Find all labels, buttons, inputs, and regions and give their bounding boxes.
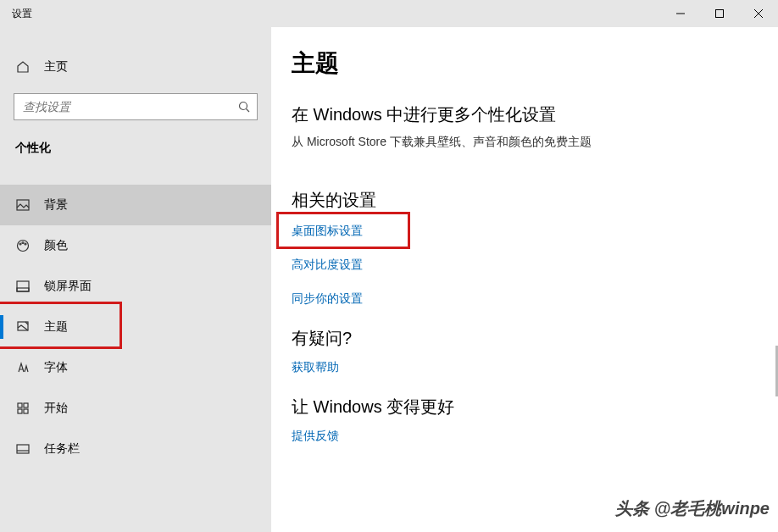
link-high-contrast[interactable]: 高对比度设置 (292, 258, 778, 273)
sidebar-item-background[interactable]: 背景 (0, 185, 271, 225)
sidebar-item-start[interactable]: 开始 (0, 388, 271, 429)
sidebar-item-label: 开始 (44, 401, 68, 416)
link-sync-settings[interactable]: 同步你的设置 (292, 291, 778, 307)
link-get-help[interactable]: 获取帮助 (292, 360, 778, 375)
svg-point-10 (25, 243, 26, 245)
svg-rect-1 (716, 10, 724, 18)
taskbar-icon (15, 441, 31, 457)
personalize-heading: 在 Windows 中进行更多个性化设置 (292, 103, 778, 126)
svg-point-9 (22, 242, 24, 244)
related-heading: 相关的设置 (292, 189, 778, 212)
sidebar-item-color[interactable]: 颜色 (0, 225, 271, 266)
sidebar-item-label: 背景 (44, 197, 68, 213)
window-title: 设置 (0, 7, 32, 21)
sidebar-item-label: 主题 (44, 319, 68, 335)
link-feedback[interactable]: 提供反馈 (292, 429, 778, 444)
maximize-button[interactable] (700, 0, 739, 27)
lockscreen-icon (15, 279, 31, 294)
question-heading: 有疑问? (292, 327, 778, 350)
svg-rect-18 (17, 445, 29, 453)
home-nav[interactable]: 主页 (0, 51, 271, 83)
close-button[interactable] (739, 0, 778, 27)
sidebar-item-theme[interactable]: 主题 (0, 307, 271, 347)
sidebar-item-label: 锁屏界面 (44, 279, 92, 294)
svg-line-5 (247, 109, 250, 113)
minimize-button[interactable] (661, 0, 700, 27)
search-icon (231, 101, 257, 113)
search-input[interactable] (14, 100, 231, 114)
start-icon (15, 401, 31, 416)
svg-rect-6 (17, 200, 29, 210)
watermark: 头条 @老毛桃winpe (615, 497, 770, 520)
sidebar-item-label: 任务栏 (44, 441, 80, 457)
svg-rect-14 (18, 403, 22, 407)
svg-rect-11 (17, 281, 29, 291)
sidebar-item-font[interactable]: 字体 (0, 347, 271, 388)
svg-rect-16 (18, 409, 22, 413)
picture-icon (15, 197, 31, 213)
svg-point-4 (240, 103, 247, 110)
titlebar: 设置 (0, 0, 778, 27)
sidebar-item-label: 字体 (44, 360, 68, 375)
window-controls (661, 0, 778, 27)
sidebar: 主页 个性化 背景 (0, 27, 271, 532)
font-icon (15, 360, 31, 375)
home-icon (15, 59, 31, 75)
svg-rect-15 (24, 403, 28, 407)
content-area: 主题 在 Windows 中进行更多个性化设置 从 Microsoft Stor… (271, 27, 778, 532)
svg-rect-12 (17, 288, 29, 291)
page-title: 主题 (292, 47, 778, 80)
link-desktop-icon-settings[interactable]: 桌面图标设置 (292, 224, 778, 239)
svg-point-8 (19, 243, 21, 245)
svg-rect-17 (24, 409, 28, 413)
sidebar-item-lockscreen[interactable]: 锁屏界面 (0, 266, 271, 307)
sidebar-section-title: 个性化 (0, 120, 271, 169)
sidebar-item-taskbar[interactable]: 任务栏 (0, 429, 271, 469)
personalize-desc: 从 Microsoft Store 下载兼具壁纸、声音和颜色的免费主题 (292, 135, 778, 150)
sidebar-nav: 背景 颜色 锁屏界面 (0, 185, 271, 469)
palette-icon (15, 238, 31, 253)
search-box[interactable] (14, 93, 258, 120)
better-heading: 让 Windows 变得更好 (292, 396, 778, 418)
sidebar-item-label: 颜色 (44, 238, 68, 253)
home-label: 主页 (44, 59, 68, 75)
theme-icon (15, 319, 31, 335)
